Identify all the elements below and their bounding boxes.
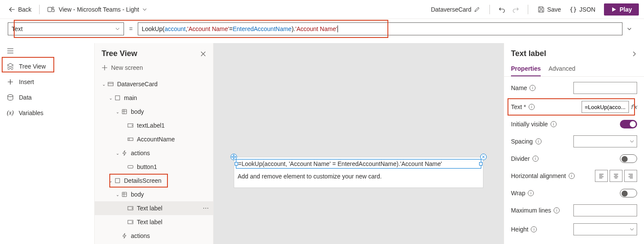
text-cursor [337, 25, 338, 32]
left-nav: Tree View Insert Data (x) Variables [0, 43, 95, 244]
info-icon[interactable]: i [569, 173, 575, 179]
tree-label: body [131, 191, 144, 198]
tab-properties[interactable]: Properties [511, 62, 541, 76]
nav-tree-view[interactable]: Tree View [0, 59, 94, 74]
divider [489, 5, 490, 14]
play-button[interactable]: Play [604, 3, 639, 16]
field-value: =LookUp(account, 'Account Name' = Entere… [238, 160, 442, 167]
new-screen-button[interactable]: New screen [95, 60, 213, 75]
chevron-right-icon[interactable] [631, 51, 637, 57]
json-button[interactable]: {} JSON [566, 4, 599, 15]
back-button[interactable]: Back [5, 4, 35, 15]
divider-toggle[interactable] [620, 154, 637, 163]
tree-node-actions[interactable]: ⌄actions [95, 146, 213, 160]
prop-height: Heighti [511, 223, 637, 235]
nav-data[interactable]: Data [0, 90, 94, 105]
svg-point-1 [52, 7, 54, 9]
tree-node-detailsscreen[interactable]: ⌄DetailsScreen [95, 174, 213, 188]
fx-button[interactable]: fx [630, 103, 637, 110]
chevron-down-icon [626, 26, 632, 32]
divider [39, 5, 40, 14]
tree-label: Text label [137, 205, 162, 212]
nav-label: Tree View [19, 63, 46, 70]
info-icon[interactable]: i [551, 121, 557, 127]
screen-icon [115, 178, 121, 184]
svg-rect-8 [115, 178, 120, 183]
formula-token: = [229, 25, 232, 32]
back-label: Back [18, 6, 31, 13]
height-select[interactable] [573, 223, 637, 235]
json-label: JSON [579, 6, 595, 13]
tree-node-main[interactable]: ⌄main [95, 91, 213, 105]
selected-text-field[interactable]: =LookUp(account, 'Account Name' = Entere… [236, 159, 481, 169]
svg-rect-4 [115, 96, 120, 100]
prop-label: Initially visible [511, 121, 548, 128]
tree-node-accountname[interactable]: AccountName [95, 132, 213, 146]
save-icon [538, 6, 545, 13]
tree-node-textlabel-b[interactable]: Text label [95, 215, 213, 229]
wrap-toggle[interactable] [620, 189, 637, 197]
info-icon[interactable]: i [529, 85, 536, 91]
svg-rect-6 [128, 138, 133, 141]
property-selector[interactable]: Text [8, 22, 124, 35]
tree-node-textlabel-selected[interactable]: Text label⋯ [95, 201, 213, 215]
align-center-button[interactable] [610, 170, 622, 182]
formula-expand-button[interactable] [622, 26, 636, 32]
tree-label: actions [131, 232, 150, 239]
canvas[interactable]: =LookUp(account, 'Account Name' = Entere… [214, 43, 504, 244]
tree-label: AccountName [137, 136, 175, 143]
prop-wrap: Wrapi [511, 189, 637, 197]
tree-node-actions2[interactable]: actions [95, 229, 213, 243]
property-selector-label: Text [12, 25, 23, 32]
plus-icon [102, 65, 108, 71]
tab-advanced[interactable]: Advanced [548, 62, 575, 76]
tree-node-textlabel1[interactable]: textLabel1 [95, 119, 213, 132]
tree-label: DataverseCard [117, 81, 158, 88]
hamburger-button[interactable] [0, 43, 94, 59]
align-left-button[interactable] [595, 170, 608, 182]
tree-label: Text label [137, 219, 162, 225]
redo-icon [512, 6, 519, 13]
card-preview[interactable]: =LookUp(account, 'Account Name' = Entere… [234, 157, 483, 188]
nav-variables[interactable]: (x) Variables [0, 105, 94, 121]
teams-icon [47, 6, 55, 13]
card-name[interactable]: DataverseCard [427, 4, 483, 15]
name-input[interactable] [573, 82, 637, 94]
info-icon[interactable]: i [554, 207, 560, 213]
view-selector[interactable]: View - Microsoft Teams - Light [44, 4, 150, 15]
save-button[interactable]: Save [534, 4, 564, 15]
prop-horizontal-alignment: Horizontal alignmenti [511, 170, 637, 182]
formula-token: 'Account Name' [187, 25, 229, 32]
tree-node-card[interactable]: ⌄DataverseCard [95, 77, 213, 91]
info-icon[interactable]: i [529, 104, 535, 110]
info-icon[interactable]: i [533, 156, 539, 162]
tree-node-button1[interactable]: button1 [95, 160, 213, 174]
nav-insert[interactable]: Insert [0, 74, 94, 90]
properties-tabs: Properties Advanced [504, 62, 644, 77]
tree-node-body[interactable]: ⌄body [95, 105, 213, 119]
chevron-down-icon [630, 227, 634, 231]
formula-bar: Text = LookUp(account, 'Account Name' = … [0, 19, 644, 43]
bolt-icon [121, 150, 127, 156]
undo-button[interactable] [496, 3, 508, 16]
info-icon[interactable]: i [536, 138, 542, 144]
spacing-select[interactable] [573, 135, 637, 147]
info-icon[interactable]: i [528, 190, 534, 196]
text-input[interactable] [582, 101, 629, 113]
info-icon[interactable]: i [531, 226, 537, 232]
align-right-button[interactable] [624, 170, 637, 182]
tree-node-body2[interactable]: ⌄body [95, 188, 213, 201]
prop-label: Wrap [511, 190, 525, 197]
prop-label: Height [511, 226, 528, 233]
redo-button [510, 3, 522, 16]
maxlines-input[interactable] [573, 204, 637, 216]
svg-rect-3 [108, 82, 113, 86]
more-icon[interactable]: ⋯ [203, 205, 209, 212]
edit-icon [474, 6, 480, 13]
svg-rect-5 [128, 124, 133, 127]
formula-input[interactable]: LookUp(account, 'Account Name' = Entered… [138, 22, 622, 35]
textlabel-icon [127, 205, 133, 211]
close-icon[interactable] [200, 51, 206, 57]
initially-visible-toggle[interactable] [620, 120, 637, 128]
svg-rect-7 [128, 166, 133, 168]
